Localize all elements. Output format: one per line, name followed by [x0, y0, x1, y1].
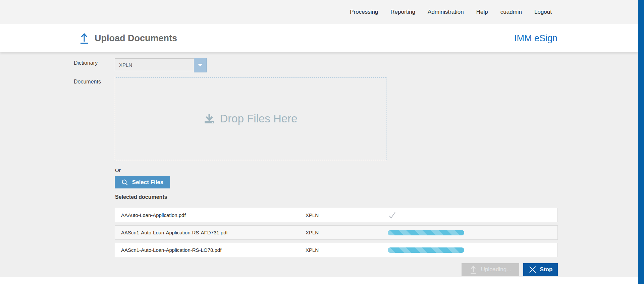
chevron-down-icon[interactable]: [194, 58, 207, 72]
file-dropzone[interactable]: Drop Files Here: [115, 77, 386, 160]
stop-button[interactable]: Stop: [523, 263, 558, 276]
dropzone-text: Drop Files Here: [220, 112, 297, 125]
upload-icon: [79, 32, 89, 44]
nav-item-processing[interactable]: Processing: [350, 9, 378, 15]
search-icon: [121, 179, 128, 186]
page-header: Upload Documents IMM eSign: [0, 24, 638, 52]
or-label: Or: [115, 167, 121, 173]
page-title: Upload Documents: [95, 33, 177, 44]
upload-progress-bar: [388, 247, 464, 253]
document-row: AAAuto-Loan-Application.pdf XPLN: [115, 208, 558, 222]
documents-label: Documents: [74, 79, 101, 85]
upload-icon: [470, 265, 477, 274]
vertical-scrollbar[interactable]: [638, 0, 644, 284]
bottom-strip: [0, 277, 638, 284]
nav-item-cuadmin[interactable]: cuadmin: [500, 9, 522, 15]
top-nav: Processing Reporting Administration Help…: [0, 0, 638, 24]
uploading-label: Uploading...: [481, 266, 512, 273]
check-icon: [388, 211, 396, 220]
upload-progress-bar: [388, 230, 464, 235]
document-filename: AAScn1-Auto-Loan-Application-RS-AFD731.p…: [121, 230, 228, 235]
document-row: AAScn1-Auto-Loan-Application-RS-AFD731.p…: [115, 225, 558, 240]
nav-item-help[interactable]: Help: [476, 9, 488, 15]
dictionary-selected-value: XPLN: [115, 62, 132, 68]
document-status: [388, 211, 396, 220]
selected-documents-heading: Selected documents: [115, 194, 167, 200]
dictionary-select[interactable]: XPLN: [115, 58, 207, 71]
document-filename: AAScn1-Auto-Loan-Application-RS-LO78.pdf: [121, 247, 221, 253]
dictionary-label: Dictionary: [74, 60, 98, 66]
nav-item-administration[interactable]: Administration: [428, 9, 464, 15]
document-row: AAScn1-Auto-Loan-Application-RS-LO78.pdf…: [115, 243, 558, 257]
close-icon: [529, 266, 537, 274]
download-icon: [204, 113, 215, 124]
nav-item-reporting[interactable]: Reporting: [390, 9, 415, 15]
document-dictionary: XPLN: [306, 230, 319, 235]
brand-logo: IMM eSign: [514, 33, 557, 44]
nav-item-logout[interactable]: Logout: [534, 9, 552, 15]
document-dictionary: XPLN: [306, 247, 319, 253]
document-filename: AAAuto-Loan-Application.pdf: [121, 212, 186, 218]
document-status: [388, 230, 464, 235]
document-dictionary: XPLN: [306, 212, 319, 218]
uploading-button[interactable]: Uploading...: [462, 263, 519, 276]
document-status: [388, 247, 464, 253]
page: Processing Reporting Administration Help…: [0, 0, 644, 284]
select-files-label: Select Files: [132, 179, 164, 186]
stop-label: Stop: [540, 266, 553, 273]
select-files-button[interactable]: Select Files: [115, 176, 170, 188]
